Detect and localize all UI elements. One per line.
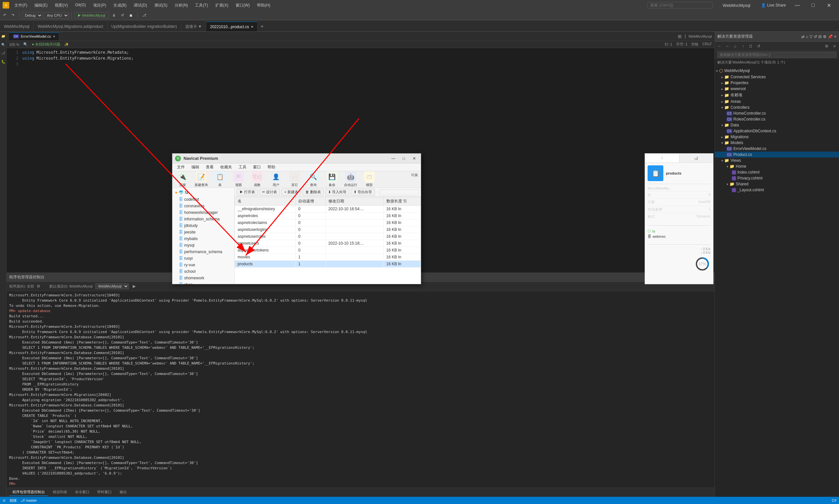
nav-tool-connect[interactable]: 🔌 连接 — [175, 172, 190, 187]
split-editor-icon[interactable]: ⊞ — [678, 34, 682, 39]
platform-dropdown[interactable]: Any CPU — [44, 12, 69, 19]
redo-button[interactable]: ↷ — [10, 13, 16, 18]
table-row[interactable]: aspnetroleclaims 0 16 KB In — [235, 219, 421, 226]
nav-db-coronavirus[interactable]: 🗄 coronavirus — [172, 203, 234, 209]
activity-debug-icon[interactable]: 🐛 — [0, 59, 6, 65]
tree-item-controllers[interactable]: ▾ 📁 Controllers — [715, 105, 839, 110]
menu-debug[interactable]: 调试(D) — [130, 1, 151, 10]
nav-delete-btn[interactable]: 🗑 删除表 — [302, 188, 324, 196]
info-conn-webmvc[interactable]: 🗄 webmvc — [648, 234, 711, 239]
sol-settings-btn[interactable]: ⚙ — [823, 43, 830, 50]
magic-wand-icon[interactable]: ✨ — [64, 42, 69, 47]
nav-db-ruoyi[interactable]: 🗄 ruoyi — [172, 255, 234, 262]
nav-db-shomework[interactable]: 🗄 shomework — [172, 275, 234, 281]
nav-menu-edit[interactable]: 编辑 — [188, 164, 203, 170]
tree-item-product[interactable]: C# Product.cs — [715, 151, 839, 158]
nav-import-btn[interactable]: ⬇ 导入向导 — [325, 188, 349, 196]
nav-menu-tools[interactable]: 工具 — [235, 164, 250, 170]
nav-db-homeworkmanager[interactable]: 🗄 homeworkmanager — [172, 209, 234, 216]
bottom-tab-command[interactable]: 命令窗口 — [72, 489, 93, 496]
tree-item-wwwroot[interactable]: ▸ 📁 wwwroot — [715, 86, 839, 92]
nav-db-school[interactable]: 🗄 school — [172, 268, 234, 275]
table-row[interactable]: aspnetuserlogins 0 16 KB In — [235, 226, 421, 233]
sol-up-btn[interactable]: ↑ — [740, 43, 746, 50]
nav-tool-backup[interactable]: 💾 备份 — [325, 172, 339, 187]
tree-item-privacy[interactable]: ⬡ Privacy.cshtml — [715, 175, 839, 181]
table-row[interactable]: aspnetusers 0 2022-10-10 15:18:... 16 KB… — [235, 240, 421, 247]
se-close-icon[interactable]: × — [834, 34, 836, 39]
tab-webmvcmysql[interactable]: WebMvcMysql — [0, 22, 34, 32]
zoom-icon[interactable]: 🔍 — [23, 42, 28, 47]
nav-open-btn[interactable]: ▶ 打开表 — [237, 188, 258, 196]
tree-item-data[interactable]: ▾ 📁 Data — [715, 122, 839, 128]
editor-tab-close[interactable]: × — [53, 34, 55, 38]
bottom-tab-errors[interactable]: 错误列表 — [50, 489, 70, 496]
title-search-input[interactable] — [647, 2, 713, 8]
nav-tool-view[interactable]: 👁 视图 — [231, 172, 246, 187]
activity-search-icon[interactable]: 🔍 — [0, 41, 6, 48]
info-tab-preview[interactable]: 📊 — [679, 154, 714, 162]
minimize-button[interactable]: — — [790, 0, 805, 11]
nav-menu-favorites[interactable]: 收藏夹 — [217, 164, 235, 170]
sol-prop-btn[interactable]: ≡ — [831, 43, 838, 50]
navicat-minimize[interactable]: — — [389, 155, 397, 162]
tab-add-button[interactable]: + — [258, 22, 267, 32]
nav-db-jdtstudy[interactable]: 🗄 jdtstudy — [172, 222, 234, 229]
nav-new-btn[interactable]: + 新建表 — [281, 188, 301, 196]
nav-db-shop[interactable]: 🗄 shop — [172, 281, 234, 284]
sol-home-btn[interactable]: ⌂ — [732, 43, 738, 50]
menu-test[interactable]: 测试(S) — [151, 1, 171, 10]
nav-db-mysql[interactable]: 🗄 mysql — [172, 242, 234, 249]
se-home-icon[interactable]: ⌂ — [806, 34, 808, 39]
se-settings-icon[interactable]: ⚙ — [823, 34, 826, 39]
nav-menu-view[interactable]: 查看 — [203, 164, 217, 170]
navicat-close[interactable]: ✕ — [410, 155, 418, 162]
table-row[interactable]: aspnetusertokens 0 16 KB In — [235, 247, 421, 254]
nav-tool-model[interactable]: 🗃 模型 — [362, 172, 377, 187]
restart-button[interactable]: ↺ — [119, 13, 126, 18]
menu-file[interactable]: 文件(F) — [11, 1, 31, 10]
nav-export-btn[interactable]: ⬆ 导出向导 — [351, 188, 375, 196]
menu-tools[interactable]: 工具(T) — [192, 1, 211, 10]
se-pin-icon[interactable]: 📌 — [828, 34, 833, 39]
menu-extensions[interactable]: 扩展(X) — [212, 1, 232, 10]
menu-window[interactable]: 窗口(W) — [232, 1, 253, 10]
tree-item-models[interactable]: ▾ 📁 Models — [715, 140, 839, 146]
menu-edit[interactable]: 编辑(E) — [31, 1, 51, 10]
run-button[interactable]: ▶ WebMvcMysql — [74, 12, 109, 18]
stop-button[interactable]: ⏹ — [127, 13, 135, 18]
pkg-settings-icon[interactable]: ⚙ — [37, 284, 40, 289]
nav-db-jeesite[interactable]: 🗄 jeesite — [172, 229, 234, 235]
nav-menu-help[interactable]: 帮助 — [264, 164, 279, 170]
close-button[interactable]: ✕ — [821, 0, 836, 11]
menu-view[interactable]: 视图(V) — [51, 1, 71, 10]
tree-item-shared[interactable]: ▾ 📁 Shared — [715, 181, 839, 187]
activity-git-icon[interactable]: ⎇ — [0, 50, 6, 56]
tab-migrations[interactable]: WebMvcMysql.Migrations.addproduct — [34, 22, 107, 32]
table-row[interactable]: aspnetuserroles 0 16 KB In — [235, 233, 421, 240]
nav-design-btn[interactable]: ✏ 设计表 — [259, 188, 280, 196]
tree-item-errorviewmodel[interactable]: C# ErrorViewModel.cs — [715, 146, 839, 151]
activity-explorer-icon[interactable]: 📁 — [0, 33, 6, 39]
tree-item-areas[interactable]: ▸ 📁 Areas — [715, 98, 839, 105]
collapse-icon[interactable]: ⟨ — [684, 34, 686, 39]
tree-item-homecontroller[interactable]: C# HomeController.cs — [715, 110, 839, 116]
pkg-run-icon[interactable]: ▶ — [133, 284, 136, 289]
nav-table-search[interactable] — [380, 189, 419, 195]
menu-build[interactable]: 生成(B) — [110, 1, 130, 10]
se-sync-icon[interactable]: ⇄ — [801, 34, 805, 39]
tree-item-migrations[interactable]: ▸ 📁 Migrations — [715, 134, 839, 140]
tree-item-connectedservices[interactable]: ▸ 📁 Connected Services — [715, 74, 839, 80]
tree-item-home[interactable]: ▾ 📁 Home — [715, 163, 839, 169]
pkg-content[interactable]: PM> add-migration addproductBuild starte… — [6, 291, 715, 488]
sol-forward-btn[interactable]: → — [724, 43, 731, 50]
tree-item-properties[interactable]: ▸ 📁 Properties — [715, 80, 839, 86]
sol-back-btn[interactable]: ← — [716, 43, 723, 50]
nav-db-infoschema[interactable]: 🗄 information_schema — [172, 216, 234, 222]
undo-button[interactable]: ↶ — [1, 13, 8, 18]
tree-item-deps[interactable]: ▸ 📁 依赖项 — [715, 92, 839, 98]
tab-close-icon[interactable]: × — [251, 24, 254, 29]
debug-mode-dropdown[interactable]: Debug — [22, 12, 42, 19]
nav-menu-window[interactable]: 窗口 — [250, 164, 264, 170]
se-filter-icon[interactable]: ▽ — [809, 34, 812, 39]
